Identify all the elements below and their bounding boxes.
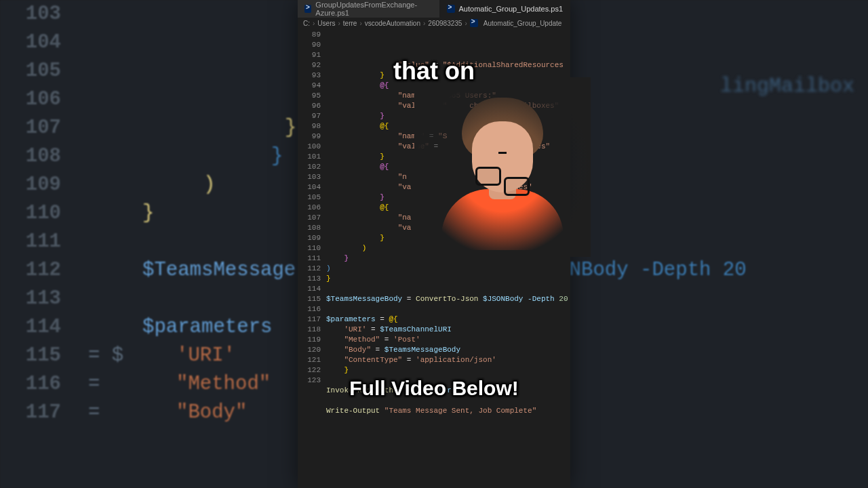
line-number: 113	[298, 274, 321, 284]
line-number: 101	[298, 152, 321, 162]
code-line[interactable]: "ContentType" = 'application/json'	[326, 355, 570, 365]
breadcrumb[interactable]: C:›Users›terre›vscodeAutomation›26098323…	[298, 18, 570, 28]
line-number: 115	[298, 294, 321, 304]
code-line[interactable]: }	[326, 274, 570, 284]
tab-label: Automatic_Group_Updates.ps1	[459, 5, 563, 13]
line-number: 107	[298, 213, 321, 223]
line-number: 103	[298, 172, 321, 182]
line-number: 102	[298, 162, 321, 172]
code-line[interactable]: Write-Output "Teams Message Sent, Job Co…	[326, 406, 570, 416]
line-number: 98	[298, 121, 321, 131]
line-number: 116	[298, 304, 321, 314]
line-number: 111	[298, 253, 321, 264]
code-line[interactable]: "name" = "M365 Users:"	[326, 91, 570, 101]
line-number: 105	[298, 192, 321, 203]
breadcrumb-segment[interactable]: C:	[303, 20, 310, 27]
code-line[interactable]: "n	[326, 172, 570, 182]
code-line[interactable]: "va ilboxes"	[326, 182, 570, 192]
code-area[interactable]: "value" = "$AdditionalSharedResources } …	[326, 30, 570, 416]
code-line[interactable]	[326, 284, 570, 294]
code-line[interactable]: @{	[326, 121, 570, 131]
code-line[interactable]: )	[326, 264, 570, 274]
breadcrumb-segment[interactable]: vscodeAutomation	[365, 20, 420, 27]
powershell-icon	[304, 5, 311, 13]
code-line[interactable]: "na s:"	[326, 213, 570, 223]
caption-bottom: Full Video Below!	[298, 377, 570, 400]
breadcrumb-segment[interactable]: Automatic_Group_Update	[484, 20, 562, 27]
chevron-right-icon: ›	[313, 20, 315, 27]
code-editor[interactable]: 8990919293949596979899100101102103104105…	[298, 28, 570, 416]
caption-top: that on	[298, 57, 570, 85]
code-line[interactable]: "value" = " changeUserMailboxes"	[326, 101, 570, 111]
breadcrumb-segment[interactable]: 260983235	[428, 20, 462, 27]
line-number: 119	[298, 335, 321, 345]
line-number: 106	[298, 203, 321, 213]
powershell-icon	[470, 19, 478, 27]
line-number: 122	[298, 365, 321, 375]
code-line[interactable]: }	[326, 365, 570, 375]
line-number: 96	[298, 101, 321, 111]
line-number: 100	[298, 142, 321, 152]
code-line[interactable]: @{	[326, 162, 570, 172]
powershell-icon	[447, 5, 455, 13]
tab-bar: GroupUpdatesFromExchange-Azure.ps1Automa…	[298, 0, 570, 18]
line-number: 99	[298, 131, 321, 142]
code-line[interactable]: "name" = "S ilboxes:"	[326, 131, 570, 142]
code-line[interactable]: $parameters = @{	[326, 314, 570, 325]
line-number: 118	[298, 325, 321, 335]
line-number: 104	[298, 182, 321, 192]
line-number: 121	[298, 355, 321, 365]
code-line[interactable]: }	[326, 152, 570, 162]
breadcrumb-segment[interactable]: Users	[317, 20, 335, 27]
editor-tab[interactable]: GroupUpdatesFromExchange-Azure.ps1	[298, 0, 440, 18]
code-line[interactable]: }	[326, 233, 570, 243]
code-line[interactable]: 'URI' = $TeamsChannelURI	[326, 325, 570, 335]
line-number: 97	[298, 111, 321, 121]
breadcrumb-segment[interactable]: terre	[343, 20, 357, 27]
line-number: 89	[298, 30, 321, 40]
code-line[interactable]: )	[326, 243, 570, 253]
tab-label: GroupUpdatesFromExchange-Azure.ps1	[315, 1, 432, 17]
line-number: 109	[298, 233, 321, 243]
line-number: 112	[298, 264, 321, 274]
chevron-right-icon: ›	[338, 20, 340, 27]
code-line[interactable]: $TeamsMessageBody = ConvertTo-Json $JSON…	[326, 294, 570, 304]
code-editor-panel: GroupUpdatesFromExchange-Azure.ps1Automa…	[298, 0, 570, 488]
code-line[interactable]: }	[326, 253, 570, 264]
line-number: 95	[298, 91, 321, 101]
chevron-right-icon: ›	[359, 20, 361, 27]
editor-tab[interactable]: Automatic_Group_Updates.ps1	[440, 0, 570, 18]
code-line[interactable]: "Body" = $TeamsMessageBody	[326, 345, 570, 355]
code-line[interactable]: "va lingMailbox	[326, 223, 570, 233]
background-code-right: lingMailbox	[720, 75, 854, 98]
line-number: 108	[298, 223, 321, 233]
chevron-right-icon: ›	[465, 20, 467, 27]
code-line[interactable]: }	[326, 192, 570, 203]
code-line[interactable]: "Method" = 'Post'	[326, 335, 570, 345]
code-line[interactable]: @{	[326, 203, 570, 213]
line-number: 120	[298, 345, 321, 355]
chevron-right-icon: ›	[423, 20, 425, 27]
line-number: 114	[298, 284, 321, 294]
line-number-gutter: 8990919293949596979899100101102103104105…	[298, 30, 326, 416]
code-line[interactable]: "value" = aredMailboxes"	[326, 142, 570, 152]
code-line[interactable]: }	[326, 111, 570, 121]
line-number: 90	[298, 40, 321, 50]
code-line[interactable]	[326, 304, 570, 314]
line-number: 117	[298, 314, 321, 325]
line-number: 110	[298, 243, 321, 253]
